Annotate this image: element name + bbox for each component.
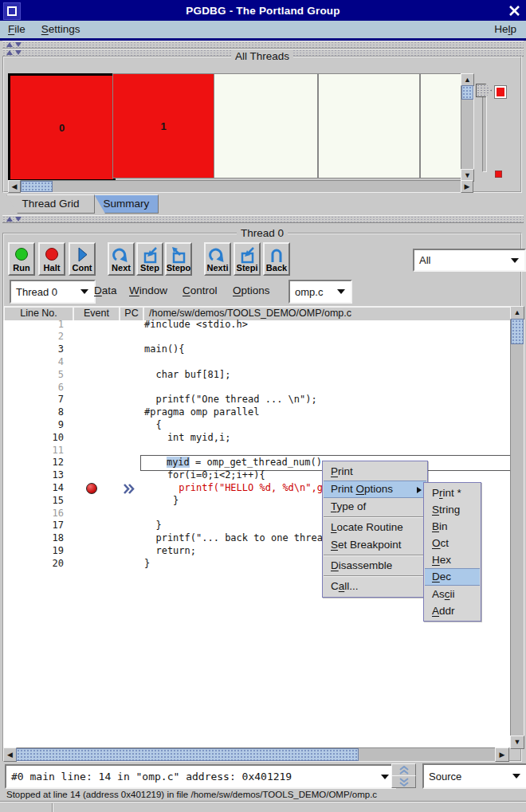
menu-file[interactable]: File <box>0 21 33 38</box>
source-line[interactable]: 6 <box>3 382 510 394</box>
source-line[interactable]: 13 for(i=0;i<2;i++){ <box>3 469 510 482</box>
source-line[interactable]: 3main(){ <box>3 343 510 356</box>
mnemonic-letter: L <box>331 521 337 533</box>
scroll-right-icon[interactable]: ▶ <box>461 180 473 193</box>
halt-button[interactable]: Halt <box>38 242 65 276</box>
stepi-button[interactable]: Stepi <box>234 242 261 276</box>
cont-button[interactable]: Cont <box>69 242 96 276</box>
collapse-up-icon[interactable] <box>6 217 13 222</box>
source-line[interactable]: 4 <box>3 356 510 369</box>
menu-options[interactable]: Options <box>233 284 270 296</box>
mnemonic-post: ptions <box>364 483 393 495</box>
line-number: 2 <box>3 331 64 342</box>
line-number: 15 <box>3 495 64 506</box>
thread-grid-vscroll-thumb[interactable] <box>461 85 473 100</box>
step-button[interactable]: Step <box>136 242 163 276</box>
mnemonic-pre: As <box>432 588 445 600</box>
mnemonic-letter: H <box>432 554 440 566</box>
mnemonic-pre: He <box>494 23 508 35</box>
source-line[interactable]: 7 printf("One thread ... \n"); <box>3 394 510 406</box>
source-vscrollbar[interactable] <box>510 306 524 749</box>
collapse-down-icon[interactable] <box>15 50 22 55</box>
source-line[interactable]: 10 int myid,i; <box>3 432 510 445</box>
menu-window[interactable]: Window <box>129 284 167 296</box>
scroll-left-icon[interactable]: ◀ <box>3 747 17 762</box>
menu-item-print-options[interactable]: Print Options <box>324 481 426 498</box>
collapse-up-icon[interactable] <box>6 50 13 55</box>
submenu-item-ascii[interactable]: Ascii <box>425 586 480 602</box>
submenu-item-hex[interactable]: Hex <box>425 551 480 568</box>
thread-combobox-value: Thread 0 <box>16 286 57 298</box>
scope-combobox[interactable]: All <box>413 249 526 272</box>
back-button[interactable]: Back <box>263 242 290 276</box>
source-vscroll-thumb[interactable] <box>511 319 524 344</box>
source-code: int myid,i; <box>144 432 230 443</box>
menu-item-print[interactable]: Print <box>324 463 426 481</box>
mnemonic-post: rint <box>338 465 353 477</box>
tab-summary[interactable]: Summary <box>94 194 159 214</box>
menu-help[interactable]: Help <box>486 21 524 38</box>
scroll-down-icon[interactable]: ▼ <box>510 736 524 749</box>
menu-data[interactable]: Data <box>94 284 117 296</box>
submenu-item-string[interactable]: String <box>425 501 480 518</box>
menu-item-set-breakpoint[interactable]: Set Breakpoint <box>324 536 426 554</box>
run-button[interactable]: Run <box>8 242 35 276</box>
thread-grid-hscroll-thumb[interactable] <box>21 181 53 192</box>
menu-item-locate-routine[interactable]: Locate Routine <box>324 519 426 536</box>
frame-combobox[interactable]: #0 main line: 14 in "omp.c" address: 0x4… <box>5 764 396 789</box>
run-icon <box>13 246 30 264</box>
mnemonic-letter: A <box>432 605 439 617</box>
scroll-left-icon[interactable]: ◀ <box>8 180 21 193</box>
splitter-handle[interactable] <box>2 41 524 49</box>
source-hscroll-thumb[interactable] <box>16 748 359 761</box>
mnemonic-letter: O <box>233 284 241 296</box>
file-combobox[interactable]: omp.c <box>289 280 352 304</box>
scroll-up-icon[interactable]: ▲ <box>461 73 474 86</box>
source-line[interactable]: 8#pragma omp parallel <box>3 406 510 419</box>
submenu-item-oct[interactable]: Oct <box>425 535 480 551</box>
menu-control[interactable]: Control <box>183 284 218 296</box>
collapse-up-icon[interactable] <box>6 42 13 47</box>
menu-item-disassemble[interactable]: Disassemble <box>324 557 426 575</box>
submenu-item-print-star[interactable]: Print * <box>425 484 480 501</box>
collapse-down-icon[interactable] <box>15 217 22 222</box>
source-line[interactable]: 2 <box>3 331 510 343</box>
thread-cell[interactable]: 0 <box>8 73 116 182</box>
tab-thread-grid[interactable]: Thread Grid <box>6 194 95 214</box>
frame-down-button[interactable] <box>391 775 416 788</box>
source-line[interactable]: 1#include <stdio.h> <box>3 319 510 331</box>
nexti-button[interactable]: Nexti <box>204 242 231 276</box>
view-mode-combobox[interactable]: Source <box>422 763 526 789</box>
mnemonic-post: ll... <box>344 580 358 592</box>
menu-separator <box>324 575 426 577</box>
close-icon[interactable] <box>507 3 521 18</box>
source-line[interactable]: 9 { <box>3 419 510 432</box>
thread-combobox[interactable]: Thread 0 <box>10 280 96 304</box>
mnemonic-post: ct <box>441 537 449 549</box>
source-code: #include <stdio.h> <box>144 319 248 330</box>
scroll-up-icon[interactable]: ▲ <box>510 306 524 320</box>
thread-grid-hscrollbar[interactable] <box>8 180 473 193</box>
menu-item-type-of[interactable]: Type of <box>324 498 426 516</box>
submenu-item-dec[interactable]: Dec <box>425 568 480 586</box>
menu-item-call[interactable]: Call... <box>324 578 426 595</box>
submenu-item-bin[interactable]: Bin <box>425 518 480 535</box>
source-line[interactable]: 12 myid = omp_get_thread_num(); <box>3 457 510 469</box>
collapse-down-icon[interactable] <box>15 42 22 47</box>
splitter-handle[interactable] <box>2 215 524 223</box>
submenu-item-addr[interactable]: Addr <box>425 602 480 619</box>
next-button[interactable]: Next <box>108 242 135 276</box>
thread-cell[interactable] <box>318 73 420 178</box>
toolbar-button-label: Cont <box>72 264 92 273</box>
thread-cell[interactable]: 1 <box>112 73 214 178</box>
scroll-right-icon[interactable]: ▶ <box>495 747 509 762</box>
breakpoint-icon[interactable] <box>86 483 97 494</box>
menu-settings[interactable]: Settings <box>33 21 88 38</box>
thread-zoom-slider-track[interactable] <box>482 90 487 172</box>
thread-cell[interactable] <box>214 73 318 178</box>
stepo-button[interactable]: Stepo <box>165 242 192 276</box>
source-line[interactable]: 5 char buf[81]; <box>3 369 510 382</box>
window-menu-icon[interactable] <box>3 2 21 20</box>
frame-up-button[interactable] <box>391 763 416 776</box>
thread-cell[interactable] <box>420 73 462 178</box>
